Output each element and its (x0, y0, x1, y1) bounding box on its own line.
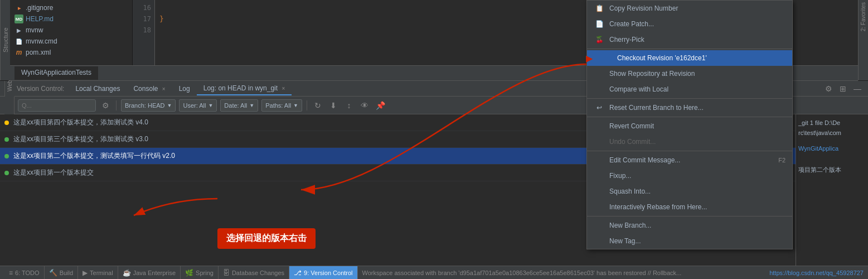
menu-item-revert-commit[interactable]: Revert Commit (587, 118, 792, 134)
settings-btn[interactable]: ⚙ (822, 83, 835, 95)
date-dropdown[interactable]: Date: All ▼ (220, 99, 258, 112)
user-label: User: All (183, 102, 206, 109)
context-menu: 📋 Copy Revision Number 📄 Create Patch...… (586, 0, 793, 249)
refresh-btn[interactable]: ↻ (312, 99, 324, 112)
right-extra-panel: _git 1 file D:\De rc\test\java\com WynGi… (796, 114, 868, 266)
tab-log[interactable]: Log (172, 83, 197, 95)
date-arrow-icon: ▼ (249, 103, 254, 108)
menu-sep-5 (587, 216, 792, 217)
show-repo-label: Show Repository at Revision (609, 70, 785, 78)
tab-local-changes-label: Local Changes (75, 85, 120, 93)
sort-btn[interactable]: ↕ (343, 99, 355, 112)
line-number: 16 (133, 2, 151, 13)
menu-sep-4 (587, 151, 792, 151)
interactive-rebase-icon (594, 203, 605, 211)
right-panel-line-2: rc\test\java\com (798, 128, 866, 138)
toolbar-left-sidebar[interactable] (4, 97, 14, 114)
reset-branch-icon: ↩ (594, 103, 605, 112)
menu-item-edit-commit-msg[interactable]: Edit Commit Message... F2 (587, 152, 792, 168)
date-label: Date: All (224, 102, 247, 109)
status-database[interactable]: 🗄 Database Changes (219, 266, 289, 279)
menu-item-new-tag[interactable]: New Tag... (587, 233, 792, 249)
status-java-enterprise[interactable]: ☕ Java Enterprise (118, 266, 181, 279)
fixup-label: Fixup... (609, 172, 785, 180)
create-patch-label: Create Patch... (609, 20, 785, 28)
undo-commit-icon (594, 137, 605, 146)
status-version-control[interactable]: ⎇ 9: Version Control (289, 266, 357, 279)
copy-revision-label: Copy Revision Number (609, 4, 785, 12)
file-item-gitignore[interactable]: ▸ .gitignore (10, 2, 132, 13)
tab-console[interactable]: Console × (127, 83, 172, 95)
editor-tab-label: WynGitApplicationTests (21, 69, 91, 76)
spring-label: Spring (196, 270, 214, 276)
cherry-pick-label: Cherry-Pick (609, 36, 785, 44)
database-icon: 🗄 (223, 269, 230, 277)
file-item-pom[interactable]: m pom.xml (10, 47, 132, 58)
arrow-icon: ▶ (14, 26, 23, 35)
status-url[interactable]: https://blog.csdn.net/qq_45928727 (769, 270, 864, 276)
user-dropdown[interactable]: User: All ▼ (179, 99, 217, 112)
line-number: 18 (133, 25, 151, 36)
menu-sep-2 (587, 98, 792, 99)
tab-local-changes[interactable]: Local Changes (69, 83, 127, 95)
layout-btn[interactable]: ⊞ (837, 83, 849, 95)
new-branch-icon (594, 221, 605, 230)
minimize-btn[interactable]: — (851, 83, 864, 95)
tab-log-head[interactable]: Log: on HEAD in wyn_git × (197, 82, 292, 95)
menu-item-new-branch[interactable]: New Branch... (587, 218, 792, 233)
paths-dropdown[interactable]: Paths: All ▼ (261, 99, 302, 112)
file-item-mvnw[interactable]: ▶ mvnw (10, 25, 132, 36)
menu-item-checkout[interactable]: ▶ Checkout Revision 'e162dce1' (587, 50, 792, 66)
squash-label: Squash Into... (609, 187, 785, 195)
create-patch-icon: 📄 (594, 20, 605, 28)
menu-item-cherry-pick[interactable]: 🍒 Cherry-Pick (587, 32, 792, 47)
branch-label: Branch: HEAD (125, 102, 165, 109)
commit-dot-2 (4, 137, 9, 142)
fetch-btn[interactable]: ⬇ (327, 99, 340, 112)
status-build[interactable]: 🔨 Build (45, 266, 78, 279)
menu-item-create-patch[interactable]: 📄 Create Patch... (587, 16, 792, 32)
tab-log-label: Log (179, 85, 190, 93)
file-item-help[interactable]: MD HELP.md (10, 13, 132, 25)
database-label: Database Changes (232, 270, 284, 276)
user-arrow-icon: ▼ (208, 103, 213, 108)
branch-dropdown[interactable]: Branch: HEAD ▼ (121, 99, 176, 112)
menu-item-squash[interactable]: Squash Into... (587, 184, 792, 199)
menu-item-reset-branch[interactable]: ↩ Reset Current Branch to Here... (587, 100, 792, 116)
annotation-arrow-svg (117, 187, 229, 221)
structure-sidebar[interactable]: Structure (0, 0, 10, 80)
status-todo[interactable]: ≡ 6: TODO (4, 266, 45, 279)
pin-btn[interactable]: 📌 (374, 99, 386, 112)
menu-item-interactive-rebase[interactable]: Interactively Rebase from Here... (587, 199, 792, 215)
squash-icon (594, 187, 605, 196)
edit-commit-label: Edit Commit Message... (609, 156, 767, 164)
menu-item-undo-commit: Undo Commit... (587, 134, 792, 150)
menu-item-compare-local[interactable]: Compare with Local (587, 81, 792, 97)
compare-local-icon (594, 85, 605, 94)
separator-2 (307, 100, 307, 110)
new-branch-label: New Branch... (609, 222, 785, 229)
file-item-mvnw-cmd[interactable]: 📄 mvnw.cmd (10, 36, 132, 47)
menu-item-fixup[interactable]: Fixup... (587, 168, 792, 184)
status-terminal[interactable]: ▶ Terminal (78, 266, 118, 279)
show-repo-icon (594, 69, 605, 78)
new-tag-label: New Tag... (609, 237, 785, 245)
paths-label: Paths: All (265, 102, 291, 109)
menu-item-show-repo[interactable]: Show Repository at Revision (587, 66, 792, 81)
gear-btn[interactable]: ⚙ (99, 99, 111, 112)
console-close-btn[interactable]: × (162, 86, 166, 92)
branch-arrow-icon: ▼ (167, 103, 172, 108)
main-container: Structure ▸ .gitignore MD HELP.md ▶ mvnw… (0, 0, 868, 279)
line-number: 17 (133, 13, 151, 25)
new-tag-icon (594, 237, 605, 246)
annotation-text: 选择回退的版本右击 (217, 228, 316, 249)
eye-btn[interactable]: 👁 (358, 99, 371, 112)
file-name: pom.xml (26, 49, 51, 56)
vc-status-icon: ⎇ (294, 269, 302, 277)
log-head-close-btn[interactable]: × (282, 85, 285, 92)
editor-tab-active[interactable]: WynGitApplicationTests (14, 66, 98, 80)
status-spring[interactable]: 🌿 Spring (181, 266, 219, 279)
web-sidebar[interactable]: Web (4, 81, 14, 97)
menu-item-copy-revision[interactable]: 📋 Copy Revision Number (587, 1, 792, 16)
search-input[interactable] (18, 99, 96, 112)
